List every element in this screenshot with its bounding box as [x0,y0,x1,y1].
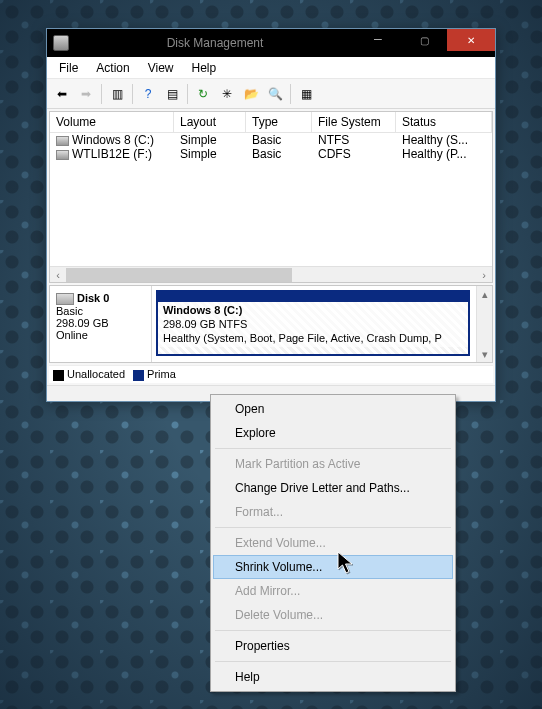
col-filesystem[interactable]: File System [312,112,396,132]
legend: Unallocated Prima [49,365,493,383]
column-headers: Volume Layout Type File System Status [50,112,492,133]
menu-separator [215,448,451,449]
legend-unallocated: Unallocated [67,368,125,380]
col-type[interactable]: Type [246,112,312,132]
partition-desc: 298.09 GB NTFS [163,318,247,330]
menubar: File Action View Help [47,57,495,79]
settings-button[interactable]: ▤ [161,83,183,105]
partition-context-menu: Open Explore Mark Partition as Active Ch… [210,394,456,692]
properties-icon: ▦ [301,88,312,100]
menu-separator [215,527,451,528]
maximize-button[interactable] [401,29,447,51]
rescan-button[interactable]: ✳ [216,83,238,105]
legend-swatch-primary [133,370,144,381]
menu-add-mirror: Add Mirror... [213,579,453,603]
legend-swatch-unallocated [53,370,64,381]
help-button[interactable]: ? [137,83,159,105]
menu-separator [215,661,451,662]
menu-help[interactable]: Help [213,665,453,689]
disk-graphical-view: Disk 0 Basic 298.09 GB Online Windows 8 … [49,285,493,363]
col-status[interactable]: Status [396,112,492,132]
refresh-button[interactable]: ↻ [192,83,214,105]
disk-info[interactable]: Disk 0 Basic 298.09 GB Online [50,286,152,362]
menu-change-letter[interactable]: Change Drive Letter and Paths... [213,476,453,500]
window-title: Disk Management [75,36,355,50]
show-hide-button[interactable]: ▥ [106,83,128,105]
refresh-icon: ↻ [198,88,208,100]
volume-type: Basic [246,133,312,147]
menu-mark-active: Mark Partition as Active [213,452,453,476]
legend-primary: Prima [147,368,176,380]
volume-name: WTLIB12E (F:) [72,147,152,161]
scroll-up-icon[interactable]: ▴ [477,286,492,302]
partition-health: Healthy (System, Boot, Page File, Active… [163,332,442,344]
volume-row[interactable]: WTLIB12E (F:) Simple Basic CDFS Healthy … [50,147,492,161]
minimize-button[interactable] [355,29,401,51]
disk-label: Disk 0 [77,292,109,304]
toolbar-separator [187,84,188,104]
volume-status: Healthy (P... [396,147,492,161]
properties-button[interactable]: ▦ [295,83,317,105]
menu-properties[interactable]: Properties [213,634,453,658]
close-button[interactable] [447,29,495,51]
toolbar-separator [132,84,133,104]
menu-extend-volume: Extend Volume... [213,531,453,555]
volume-status: Healthy (S... [396,133,492,147]
arrow-left-icon: ⬅ [57,88,67,100]
titlebar[interactable]: Disk Management [47,29,495,57]
scroll-down-icon[interactable]: ▾ [477,346,492,362]
folder-icon: 📂 [244,88,259,100]
window-controls [355,29,495,57]
scroll-left-icon[interactable]: ‹ [50,268,66,282]
panel-icon: ▥ [112,88,123,100]
volume-name: Windows 8 (C:) [72,133,154,147]
partition-name: Windows 8 (C:) [163,304,463,318]
menu-file[interactable]: File [51,59,86,77]
col-volume[interactable]: Volume [50,112,174,132]
back-button[interactable]: ⬅ [51,83,73,105]
search-icon: 🔍 [268,88,283,100]
disk-management-window: Disk Management File Action View Help ⬅ … [46,28,496,402]
vertical-scrollbar[interactable]: ▴ ▾ [476,286,492,362]
menu-delete-volume: Delete Volume... [213,603,453,627]
drive-icon [56,136,69,146]
volume-row[interactable]: Windows 8 (C:) Simple Basic NTFS Healthy… [50,133,492,147]
detach-button[interactable]: 🔍 [264,83,286,105]
scroll-right-icon[interactable]: › [476,268,492,282]
volume-fs: NTFS [312,133,396,147]
menu-view[interactable]: View [140,59,182,77]
menu-shrink-volume[interactable]: Shrink Volume... [213,555,453,579]
toolbar-separator [101,84,102,104]
list-icon: ▤ [167,88,178,100]
volume-type: Basic [246,147,312,161]
disk-management-icon [53,35,69,51]
disk-bus: Basic [56,305,145,317]
menu-explore[interactable]: Explore [213,421,453,445]
drive-icon [56,150,69,160]
menu-action[interactable]: Action [88,59,137,77]
rescan-icon: ✳ [222,88,232,100]
menu-format: Format... [213,500,453,524]
partition-header [158,292,468,302]
content-area: Volume Layout Type File System Status Wi… [47,109,495,385]
forward-button[interactable]: ➡ [75,83,97,105]
volume-fs: CDFS [312,147,396,161]
volume-layout: Simple [174,133,246,147]
partition-c[interactable]: Windows 8 (C:) 298.09 GB NTFS Healthy (S… [156,290,470,356]
toolbar: ⬅ ➡ ▥ ? ▤ ↻ ✳ 📂 🔍 ▦ [47,79,495,109]
scroll-track[interactable] [66,268,476,282]
menu-help[interactable]: Help [184,59,225,77]
partition-area: Windows 8 (C:) 298.09 GB NTFS Healthy (S… [152,286,476,362]
col-layout[interactable]: Layout [174,112,246,132]
menu-open[interactable]: Open [213,397,453,421]
scroll-thumb[interactable] [66,268,292,282]
disk-state: Online [56,329,145,341]
volume-layout: Simple [174,147,246,161]
toolbar-separator [290,84,291,104]
arrow-right-icon: ➡ [81,88,91,100]
help-icon: ? [145,88,152,100]
disk-size: 298.09 GB [56,317,145,329]
horizontal-scrollbar[interactable]: ‹ › [50,266,492,282]
attach-button[interactable]: 📂 [240,83,262,105]
menu-separator [215,630,451,631]
